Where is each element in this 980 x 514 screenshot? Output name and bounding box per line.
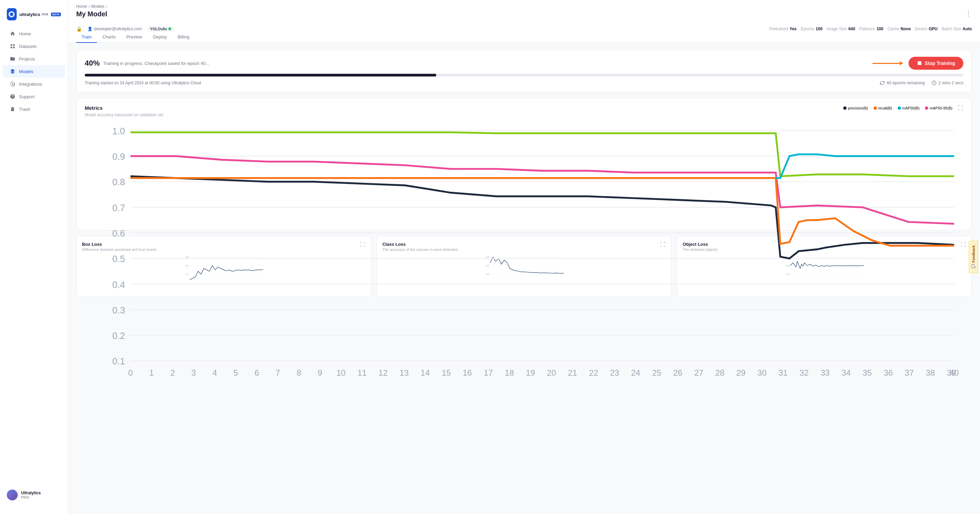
svg-text:13: 13 bbox=[399, 368, 409, 378]
svg-point-6 bbox=[12, 83, 13, 85]
svg-text:0.2: 0.2 bbox=[112, 331, 125, 341]
legend-dot-map50-95 bbox=[925, 106, 928, 110]
svg-text:32: 32 bbox=[800, 368, 809, 378]
svg-rect-4 bbox=[11, 47, 12, 48]
arrow-head bbox=[900, 61, 903, 65]
more-options-button[interactable]: ⋮ bbox=[965, 9, 972, 17]
header-params: Pretrained Yes Epochs 100 Image Size 640… bbox=[769, 27, 972, 31]
training-header: 40% Training in progress. Checkpoint sav… bbox=[85, 57, 963, 70]
stop-icon: ⏹ bbox=[917, 60, 922, 66]
refresh-icon bbox=[880, 81, 885, 85]
param-epochs: Epochs 100 bbox=[801, 27, 822, 31]
main-content: Home › Models › My Model ⋮ 🔒 👤 developer… bbox=[68, 0, 980, 514]
training-progress-card: 40% Training in progress. Checkpoint sav… bbox=[76, 50, 972, 92]
legend-map50-95: mAP50-95(B) bbox=[925, 106, 953, 110]
chart-title-group: Metrics bbox=[85, 105, 103, 111]
chart-header-right: precision(B) recall(B) mAP50(B) mAP bbox=[843, 105, 963, 111]
stop-btn-wrapper: ⏹ Stop Training bbox=[872, 57, 963, 70]
svg-text:16: 16 bbox=[463, 368, 472, 378]
tab-deploy[interactable]: Deploy bbox=[148, 32, 172, 43]
stop-training-button[interactable]: ⏹ Stop Training bbox=[908, 57, 963, 70]
svg-text:12: 12 bbox=[379, 368, 388, 378]
svg-text:5: 5 bbox=[234, 368, 238, 378]
line-precision bbox=[130, 176, 954, 259]
svg-text:23: 23 bbox=[610, 368, 619, 378]
svg-text:25: 25 bbox=[652, 368, 662, 378]
tab-billing[interactable]: Billing bbox=[172, 32, 195, 43]
sidebar-nav: Home Datasets Projects Models bbox=[0, 27, 68, 481]
clock-icon bbox=[932, 81, 937, 85]
model-tag: YOLOv8n bbox=[147, 26, 174, 32]
svg-text:33: 33 bbox=[821, 368, 830, 378]
svg-text:0.3: 0.3 bbox=[112, 305, 125, 316]
svg-rect-2 bbox=[11, 44, 12, 46]
projects-icon bbox=[10, 56, 16, 62]
legend-map50: mAP50(B) bbox=[898, 106, 920, 110]
lock-icon: 🔒 bbox=[76, 26, 82, 32]
svg-text:0.7: 0.7 bbox=[112, 203, 125, 213]
home-icon bbox=[10, 30, 16, 37]
header-top-row: Home › Models › My Model ⋮ bbox=[76, 4, 972, 22]
email-item: 👤 developer@ultralytics.com bbox=[88, 27, 142, 31]
breadcrumb-home[interactable]: Home bbox=[76, 4, 87, 9]
content-area: 40% Training in progress. Checkpoint sav… bbox=[68, 43, 980, 514]
sidebar-item-models[interactable]: Models bbox=[3, 65, 65, 78]
tab-train[interactable]: Train bbox=[76, 32, 97, 43]
svg-text:28: 28 bbox=[715, 368, 724, 378]
sidebar-item-support[interactable]: Support bbox=[3, 90, 65, 103]
user-profile[interactable]: Ultralytics PRO bbox=[3, 487, 65, 503]
param-patience: Patience 100 bbox=[859, 27, 883, 31]
fullscreen-button[interactable]: ⛶ bbox=[958, 105, 963, 111]
status-dot bbox=[169, 27, 171, 30]
param-cache: Cache None bbox=[888, 27, 911, 31]
training-message: Training in progress. Checkpoint saved f… bbox=[103, 61, 209, 66]
svg-text:0.4: 0.4 bbox=[112, 280, 125, 290]
support-icon bbox=[10, 94, 16, 100]
svg-text:2: 2 bbox=[170, 368, 175, 378]
user-icon: 👤 bbox=[88, 27, 92, 31]
svg-text:35: 35 bbox=[862, 368, 872, 378]
svg-text:0.6: 0.6 bbox=[112, 228, 125, 239]
sidebar-item-home[interactable]: Home bbox=[3, 27, 65, 40]
svg-text:1.0: 1.0 bbox=[112, 126, 125, 136]
svg-text:31: 31 bbox=[778, 368, 788, 378]
svg-text:17: 17 bbox=[484, 368, 493, 378]
svg-text:24: 24 bbox=[631, 368, 640, 378]
progress-bar bbox=[85, 74, 963, 76]
feedback-button[interactable]: 💬 Feedback bbox=[969, 241, 978, 273]
arrow-indicator bbox=[872, 61, 903, 65]
avatar bbox=[7, 490, 18, 500]
svg-text:1: 1 bbox=[150, 368, 154, 378]
param-pretrained: Pretrained Yes bbox=[769, 27, 797, 31]
svg-text:14: 14 bbox=[421, 368, 430, 378]
sidebar-item-datasets[interactable]: Datasets bbox=[3, 40, 65, 52]
legend-recall: recall(B) bbox=[873, 106, 892, 110]
line-pink bbox=[130, 156, 954, 224]
breadcrumb-models[interactable]: Models bbox=[91, 4, 105, 9]
svg-rect-3 bbox=[13, 44, 14, 46]
logo: ultralytics HUB BETA bbox=[0, 5, 68, 27]
footer-right: 60 epochs remaining 2 mins 2 secs bbox=[880, 81, 963, 85]
tab-preview[interactable]: Preview bbox=[121, 32, 147, 43]
svg-text:8: 8 bbox=[297, 368, 301, 378]
svg-rect-5 bbox=[13, 47, 14, 48]
sidebar-item-integrations[interactable]: Integrations bbox=[3, 78, 65, 90]
time-remaining: 2 mins 2 secs bbox=[932, 81, 963, 85]
sidebar-item-projects[interactable]: Projects bbox=[3, 53, 65, 65]
tab-charts[interactable]: Charts bbox=[97, 32, 121, 43]
svg-text:0.5: 0.5 bbox=[112, 254, 125, 264]
svg-text:0.9: 0.9 bbox=[112, 152, 125, 162]
svg-text:22: 22 bbox=[589, 368, 598, 378]
chart-title: Metrics bbox=[85, 105, 103, 111]
svg-text:26: 26 bbox=[673, 368, 682, 378]
chart-subtitle: Model accuracy measured on validation se… bbox=[85, 113, 963, 117]
svg-text:38: 38 bbox=[926, 368, 935, 378]
tabs: Train Charts Preview Deploy Billing bbox=[76, 32, 972, 43]
svg-text:0.1: 0.1 bbox=[112, 356, 125, 366]
user-info: Ultralytics PRO bbox=[21, 490, 41, 500]
sidebar-item-trash[interactable]: Trash bbox=[3, 103, 65, 115]
svg-text:36: 36 bbox=[884, 368, 893, 378]
svg-text:0: 0 bbox=[128, 368, 133, 378]
legend-dot-map50 bbox=[898, 106, 901, 110]
svg-text:21: 21 bbox=[568, 368, 577, 378]
